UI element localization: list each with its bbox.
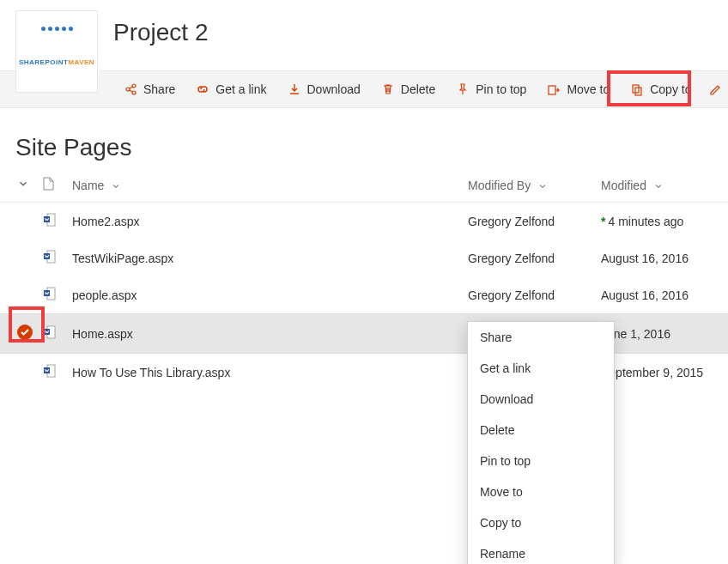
cmd-share[interactable]: Share [113, 71, 185, 107]
modified-date: September 9, 2015 [601, 366, 703, 379]
col-mod-label: Modified [601, 179, 646, 192]
table-row[interactable]: How To Use This Library.aspxSeptember 9,… [0, 354, 728, 391]
col-select[interactable] [0, 168, 43, 203]
modified-by: Gregory Zelfond [468, 288, 555, 302]
aspx-file-icon [43, 250, 57, 264]
modified-date: August 16, 2016 [601, 288, 689, 302]
logo-text: SHAREPOINTMAVEN [19, 58, 94, 66]
cmd-pin-label: Pin to top [476, 82, 526, 96]
aspx-file-icon [43, 364, 57, 378]
ctx-get-link[interactable]: Get a link [468, 353, 614, 384]
cmd-delete[interactable]: Delete [371, 71, 446, 107]
file-name[interactable]: TestWikiPage.aspx [72, 252, 173, 265]
cmd-download-label: Download [307, 82, 361, 96]
col-modified[interactable]: Modified [601, 168, 728, 203]
svg-point-1 [132, 84, 136, 88]
file-name[interactable]: How To Use This Library.aspx [72, 366, 230, 379]
col-name[interactable]: Name [72, 168, 468, 203]
table-row[interactable]: TestWikiPage.aspxGregory ZelfondAugust 1… [0, 240, 728, 276]
link-icon [196, 82, 209, 96]
aspx-file-icon [43, 325, 57, 339]
table-row[interactable]: Home2.aspxGregory Zelfond*4 minutes ago [0, 203, 728, 240]
chevron-down-icon [111, 181, 121, 191]
chevron-down-icon [537, 181, 548, 191]
context-menu: Share Get a link Download Delete Pin to … [467, 321, 615, 564]
ctx-rename[interactable]: Rename [468, 538, 614, 564]
svg-point-0 [126, 88, 130, 91]
chevron-down-icon [653, 181, 664, 191]
col-name-label: Name [72, 179, 104, 192]
cmd-get-link-label: Get a link [215, 82, 266, 96]
svg-point-2 [132, 91, 136, 94]
table-row[interactable]: people.aspxGregory ZelfondAugust 16, 201… [0, 276, 728, 314]
aspx-file-icon [43, 213, 57, 227]
cmd-copy-to[interactable]: Copy to [620, 71, 701, 107]
download-icon [288, 82, 301, 96]
cmd-share-label: Share [143, 82, 175, 96]
cmd-delete-label: Delete [401, 82, 435, 96]
pin-icon [456, 82, 470, 96]
delete-icon [381, 82, 395, 96]
file-name[interactable]: people.aspx [72, 288, 137, 302]
cmd-get-link[interactable]: Get a link [185, 71, 276, 107]
cmd-download[interactable]: Download [277, 71, 371, 107]
header: SHAREPOINTMAVEN Project 2 Share Get a li… [0, 0, 728, 108]
cmd-move-to[interactable]: Move to [537, 71, 620, 107]
site-logo[interactable]: SHAREPOINTMAVEN [15, 10, 98, 93]
svg-rect-3 [549, 86, 555, 94]
ctx-delete[interactable]: Delete [468, 415, 614, 446]
table-row[interactable]: Home.aspxJune 1, 2016 [0, 314, 728, 354]
chevron-down-icon [17, 179, 29, 192]
col-modified-by[interactable]: Modified By [468, 168, 601, 203]
modified-by: Gregory Zelfond [468, 215, 555, 228]
edit-icon [708, 82, 722, 96]
cmd-move-label: Move to [567, 82, 610, 96]
new-indicator-icon: * [601, 215, 605, 228]
cmd-copy-label: Copy to [650, 82, 691, 96]
ctx-pin-to-top[interactable]: Pin to top [468, 446, 614, 476]
file-table: Name Modified By Modified Home2.aspxGreg… [0, 168, 728, 391]
file-icon [43, 179, 54, 193]
copy-icon [630, 82, 644, 96]
row-selected-check-icon[interactable] [17, 324, 33, 340]
file-name[interactable]: Home.aspx [72, 327, 133, 341]
ctx-download[interactable]: Download [468, 384, 614, 415]
command-bar: Share Get a link Download Delete Pin to … [0, 70, 728, 108]
logo-graphic [16, 27, 97, 31]
col-type[interactable] [43, 168, 72, 203]
cmd-pin-to-top[interactable]: Pin to top [446, 71, 537, 107]
modified-date: August 16, 2016 [601, 252, 689, 265]
cmd-more-cut[interactable]: R [701, 71, 728, 107]
modified-by: Gregory Zelfond [468, 252, 555, 265]
ctx-share[interactable]: Share [468, 322, 614, 353]
ctx-move-to[interactable]: Move to [468, 476, 614, 507]
col-modby-label: Modified By [468, 179, 531, 192]
ctx-copy-to[interactable]: Copy to [468, 507, 614, 538]
aspx-file-icon [43, 287, 57, 300]
share-icon [124, 82, 137, 96]
site-title[interactable]: Project 2 [0, 0, 728, 70]
move-icon [547, 82, 561, 96]
library-title: Site Pages [0, 108, 728, 168]
file-name[interactable]: Home2.aspx [72, 215, 140, 228]
header-row: Name Modified By Modified [0, 168, 728, 203]
modified-date: 4 minutes ago [608, 215, 683, 228]
